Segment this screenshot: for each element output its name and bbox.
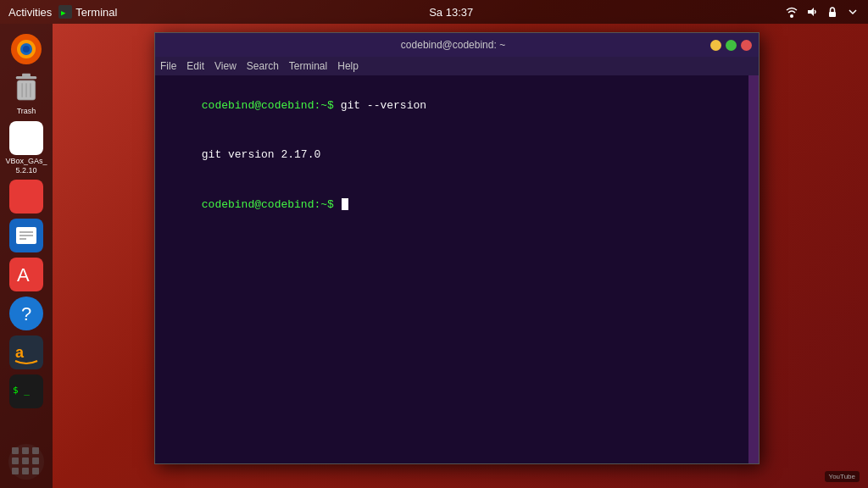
svg-text:$ _: $ _ (13, 385, 30, 396)
terminal-cmd-1: git --version (341, 99, 426, 112)
terminal-app-icon: ▶ (58, 5, 72, 19)
svg-rect-4 (829, 12, 836, 17)
youtube-badge: YouTube (825, 471, 860, 482)
cd-icon (9, 180, 43, 214)
amazon-icon: a (9, 336, 43, 369)
trash-label: Trash (17, 107, 36, 116)
dock-item-vbox[interactable]: VBox_GAs_5.2.10 (3, 121, 50, 175)
topbar-left: Activities ▶ Terminal (8, 5, 117, 19)
trash-icon (11, 73, 42, 103)
terminal-dock-icon: $ _ (9, 374, 43, 408)
menu-file[interactable]: File (160, 60, 176, 72)
svg-point-2 (790, 14, 793, 18)
notes-icon (9, 219, 43, 252)
close-button[interactable] (741, 40, 752, 51)
dock-item-help[interactable]: ? (3, 297, 50, 330)
dock-item-trash[interactable]: Trash (3, 71, 50, 116)
dock: Trash VBox_GAs_5.2.10 (0, 24, 53, 488)
terminal-cursor (342, 198, 348, 210)
svg-rect-10 (22, 74, 31, 77)
menu-edit[interactable]: Edit (186, 60, 204, 72)
minimize-button[interactable] (710, 40, 721, 51)
svg-text:a: a (15, 344, 25, 361)
svg-rect-15 (9, 121, 43, 155)
terminal-title: codebind@codebind: ~ (196, 39, 710, 51)
terminal-line-1: codebind@codebind:~$ git --version (162, 80, 752, 130)
topbar: Activities ▶ Terminal Sa 13:37 (0, 0, 868, 24)
svg-text:?: ? (21, 303, 31, 324)
menu-view[interactable]: View (214, 60, 236, 72)
menu-search[interactable]: Search (247, 60, 279, 72)
terminal-menubar: File Edit View Search Terminal Help (155, 57, 759, 75)
dock-item-notes[interactable] (3, 219, 50, 252)
wm-buttons (710, 40, 752, 51)
appstore-icon: A (9, 258, 43, 291)
terminal-output-1: git version 2.17.0 (202, 148, 320, 161)
sound-icon[interactable] (805, 5, 819, 19)
terminal-prompt-2: codebind@codebind:~$ (202, 198, 341, 211)
firefox-icon (9, 32, 43, 66)
maximize-button[interactable] (726, 40, 737, 51)
dock-item-firefox[interactable] (3, 32, 50, 66)
terminal-line-2: git version 2.17.0 (162, 130, 752, 180)
topbar-app-name: Terminal (75, 6, 117, 19)
terminal-prompt-1: codebind@codebind:~$ (202, 99, 341, 112)
terminal-window: codebind@codebind: ~ File Edit View Sear… (154, 32, 760, 464)
network-icon[interactable] (785, 5, 798, 19)
svg-text:A: A (17, 264, 30, 286)
svg-text:▶: ▶ (61, 8, 66, 17)
vbox-label: VBox_GAs_5.2.10 (5, 157, 47, 175)
terminal-titlebar: codebind@codebind: ~ (155, 33, 759, 57)
lock-icon[interactable] (826, 5, 839, 19)
dock-item-amazon[interactable]: a (3, 336, 50, 369)
svg-marker-3 (808, 8, 814, 16)
topbar-clock: Sa 13:37 (429, 6, 473, 19)
menu-help[interactable]: Help (337, 60, 359, 72)
chevron-down-icon[interactable] (846, 5, 860, 19)
terminal-line-3: codebind@codebind:~$ (162, 180, 752, 230)
vbox-icon (9, 121, 43, 155)
activities-button[interactable]: Activities (8, 6, 52, 19)
topbar-right (785, 5, 860, 19)
terminal-content[interactable]: codebind@codebind:~$ git --version git v… (155, 75, 759, 463)
svg-rect-20 (9, 180, 43, 214)
svg-point-8 (23, 46, 30, 53)
help-icon: ? (9, 297, 43, 330)
menu-terminal[interactable]: Terminal (289, 60, 327, 72)
topbar-app[interactable]: ▶ Terminal (58, 5, 117, 19)
terminal-scrollbar[interactable] (748, 75, 759, 463)
dock-item-appstore[interactable]: A (3, 258, 50, 291)
desktop-bottom: YouTube (53, 464, 868, 488)
dock-item-terminal[interactable]: $ _ (3, 374, 50, 408)
dock-item-cd[interactable] (3, 180, 50, 214)
